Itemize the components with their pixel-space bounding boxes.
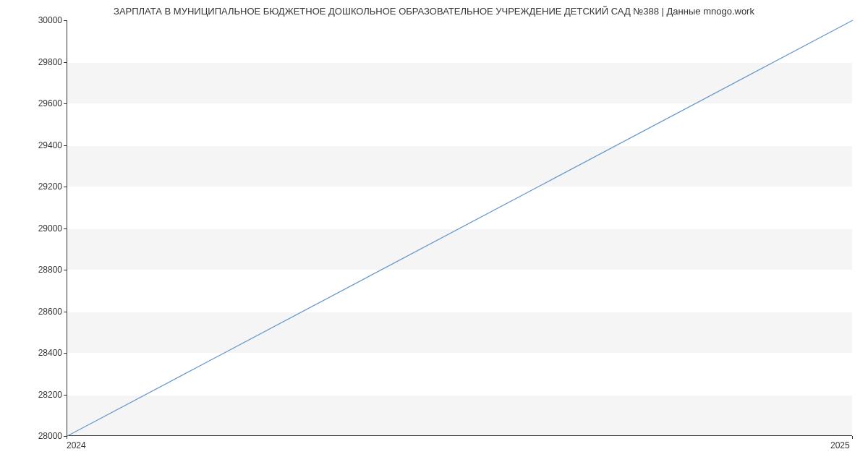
gridline	[67, 436, 852, 437]
x-tick-label: 2025	[830, 440, 850, 450]
x-tick-mark	[852, 436, 853, 439]
data-line	[67, 20, 853, 436]
y-tick-label: 29600	[4, 98, 62, 108]
y-tick-label: 28800	[4, 265, 62, 275]
chart-line-svg	[67, 20, 852, 435]
y-tick-label: 28000	[4, 431, 62, 441]
y-tick-mark	[64, 228, 67, 229]
y-tick-label: 28600	[4, 307, 62, 317]
y-tick-label: 28200	[4, 390, 62, 400]
y-tick-mark	[64, 270, 67, 270]
x-tick-label: 2024	[67, 440, 86, 450]
x-tick-mark	[67, 436, 67, 439]
y-tick-mark	[64, 312, 67, 312]
y-tick-label: 29000	[4, 223, 62, 234]
y-tick-label: 29200	[4, 181, 62, 192]
y-tick-label: 29800	[4, 57, 62, 67]
y-tick-label: 28400	[4, 348, 62, 358]
y-tick-mark	[64, 395, 67, 396]
chart-container: ЗАРПЛАТА В МУНИЦИПАЛЬНОЕ БЮДЖЕТНОЕ ДОШКО…	[0, 0, 868, 470]
y-tick-mark	[64, 103, 67, 104]
y-tick-mark	[64, 353, 67, 354]
y-tick-mark	[64, 187, 67, 187]
y-tick-mark	[64, 20, 67, 21]
y-tick-mark	[64, 145, 67, 146]
plot-area	[67, 20, 852, 436]
y-tick-label: 29400	[4, 140, 62, 150]
y-tick-mark	[64, 62, 67, 63]
chart-title: ЗАРПЛАТА В МУНИЦИПАЛЬНОЕ БЮДЖЕТНОЕ ДОШКО…	[0, 6, 868, 17]
y-tick-label: 30000	[4, 15, 62, 25]
